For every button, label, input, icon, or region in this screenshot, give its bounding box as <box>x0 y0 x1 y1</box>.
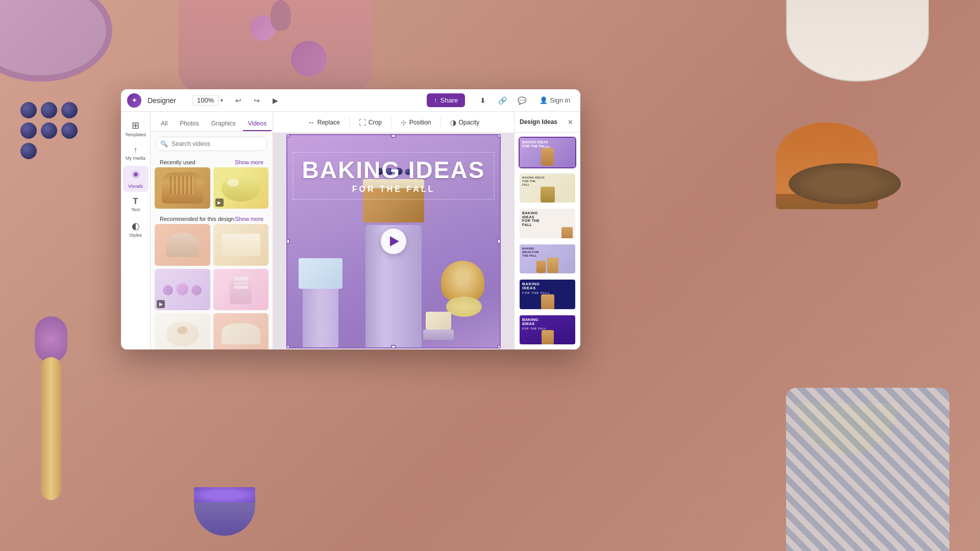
media-thumb-rec-1[interactable] <box>155 224 210 265</box>
separator-3 <box>440 117 441 128</box>
handle-bottom-left[interactable] <box>286 345 290 348</box>
sidebar-label-templates: Templates <box>125 132 146 137</box>
opacity-button[interactable]: ◑ Opacity <box>445 116 485 129</box>
canvas-subtitle: FOR THE FALL <box>297 185 489 194</box>
sidebar-item-styles[interactable]: ◐ Styles <box>123 217 149 241</box>
tab-photos[interactable]: Photos <box>175 117 204 131</box>
zoom-value[interactable]: 100% <box>192 95 218 106</box>
comment-button[interactable]: 💬 <box>514 93 529 108</box>
canvas-viewport: BAKING IDEAS FOR THE FALL <box>273 133 514 349</box>
design-idea-2[interactable]: BAKING IDEASFOR THEFALL <box>519 172 576 204</box>
app-window: ✦ Designer 100% ▾ ↩ ↪ ▶ ↑ Share ⬇ 🔗 💬 👤 <box>121 89 580 349</box>
replace-button[interactable]: ↔ Replace <box>303 116 345 129</box>
design-idea-1[interactable]: BAKING IDEASFOR THE FALL <box>519 137 576 168</box>
present-button[interactable]: ▶ <box>268 93 282 108</box>
history-controls: ↩ ↪ ▶ <box>231 93 282 108</box>
position-icon: ⊹ <box>401 118 407 127</box>
design-idea-5[interactable]: BAKINGIDEAS FOR THE FALL <box>519 279 576 310</box>
redo-button[interactable]: ↪ <box>250 93 264 108</box>
search-input[interactable] <box>156 137 267 151</box>
show-more-recently-used[interactable]: Show more <box>235 159 263 165</box>
media-scroll: Recently used Show more <box>151 156 273 349</box>
download-button[interactable]: ⬇ <box>475 93 491 108</box>
bg-roller-top <box>35 316 67 362</box>
recommended-grid: ▶ <box>155 224 268 349</box>
show-more-recommended[interactable]: Show more <box>235 216 263 222</box>
crop-button[interactable]: ⛶ Crop <box>354 116 387 129</box>
visuals-icon <box>130 169 141 183</box>
recommended-label: Recommended for this design <box>160 216 234 222</box>
app-logo: ✦ <box>127 93 141 108</box>
video-badge-3: ▶ <box>157 300 165 308</box>
design-idea-6[interactable]: BAKINGIDEAS FOR THE FALL <box>519 314 576 346</box>
sidebar-item-my-media[interactable]: ↑ My media <box>123 142 149 164</box>
sign-in-button[interactable]: 👤 Sign in <box>535 94 574 106</box>
canvas-text-block[interactable]: BAKING IDEAS FOR THE FALL <box>292 152 494 199</box>
play-button[interactable] <box>381 229 406 254</box>
share-button[interactable]: ↑ Share <box>427 93 465 107</box>
bg-plate-decoration <box>0 0 112 82</box>
sidebar-item-text[interactable]: T Text <box>123 194 149 215</box>
main-content: ⊞ Templates ↑ My media Visuals T <box>121 112 580 349</box>
separator-2 <box>391 117 391 128</box>
handle-top-right[interactable] <box>497 134 501 138</box>
handle-bottom-right[interactable] <box>497 345 501 348</box>
handle-bottom-center[interactable] <box>391 345 396 348</box>
tab-graphics[interactable]: Graphics <box>206 117 241 131</box>
undo-button[interactable]: ↩ <box>231 93 246 108</box>
handle-top-center[interactable] <box>391 134 396 138</box>
canvas-toolbar: ↔ Replace ⛶ Crop ⊹ Position ◑ Opacity <box>273 112 514 133</box>
sidebar-label-styles: Styles <box>129 233 142 238</box>
design-idea-3[interactable]: BAKINGIDEASFOR THEFALL <box>519 208 576 239</box>
design-ideas-header: Design Ideas ✕ <box>514 112 580 133</box>
handle-top-left[interactable] <box>286 134 290 138</box>
bg-rolling-pin <box>41 357 61 500</box>
sidebar-item-templates[interactable]: ⊞ Templates <box>123 117 149 140</box>
crop-icon: ⛶ <box>359 118 366 127</box>
tab-videos[interactable]: Videos <box>243 117 272 131</box>
right-bread-area <box>441 261 492 317</box>
media-panel: All Photos Graphics Videos 🔍 Recently us… <box>151 112 273 349</box>
ideas-scroll: BAKING IDEASFOR THE FALL BAKING IDEASFOR… <box>514 133 580 349</box>
bg-shape-deco <box>271 0 291 31</box>
tab-all[interactable]: All <box>156 117 173 131</box>
design-idea-4[interactable]: Bakingideas forthe fall <box>519 243 576 275</box>
bg-seeds-pile <box>789 163 901 224</box>
mini-cake-area <box>423 312 454 337</box>
bg-checkered-cloth <box>786 388 949 551</box>
design-canvas[interactable]: BAKING IDEAS FOR THE FALL <box>286 134 501 348</box>
bg-white-plate <box>786 0 929 82</box>
zoom-chevron-icon: ▾ <box>220 97 223 103</box>
separator-1 <box>349 117 350 128</box>
media-tabs: All Photos Graphics Videos <box>151 112 273 132</box>
header-right-icons: ⬇ 🔗 💬 <box>475 93 529 108</box>
title-bar: ✦ Designer 100% ▾ ↩ ↪ ▶ ↑ Share ⬇ 🔗 💬 👤 <box>121 89 580 112</box>
sidebar-item-visuals[interactable]: Visuals <box>123 166 149 192</box>
opacity-icon: ◑ <box>450 118 456 127</box>
search-icon: 🔍 <box>160 140 168 147</box>
media-thumb-rec-6[interactable] <box>213 313 269 349</box>
media-thumb-rec-3[interactable]: ▶ <box>155 269 210 310</box>
recommended-header: Recommended for this design Show more <box>155 213 268 224</box>
recently-used-thumb-2[interactable]: ▶ <box>213 167 269 209</box>
recently-used-grid: ▶ <box>155 167 268 209</box>
close-design-ideas-button[interactable]: ✕ <box>565 117 575 127</box>
link-button[interactable]: 🔗 <box>495 93 510 108</box>
my-media-icon: ↑ <box>134 145 138 155</box>
recently-used-thumb-1[interactable] <box>155 167 210 209</box>
bg-blueberries <box>20 102 82 159</box>
sidebar: ⊞ Templates ↑ My media Visuals T <box>121 112 151 349</box>
video-badge-2: ▶ <box>215 198 224 207</box>
media-thumb-rec-4[interactable] <box>213 269 269 310</box>
handle-middle-right[interactable] <box>497 239 501 244</box>
design-ideas-panel: Design Ideas ✕ BAKING IDEASFOR THE FALL <box>514 112 580 349</box>
canvas-main-title: BAKING IDEAS <box>297 158 489 182</box>
position-button[interactable]: ⊹ Position <box>396 116 436 129</box>
user-icon: 👤 <box>540 96 548 104</box>
bg-circle-deco2 <box>291 41 327 77</box>
handle-middle-left[interactable] <box>286 239 290 244</box>
media-thumb-rec-5[interactable] <box>155 313 210 349</box>
zoom-control[interactable]: 100% ▾ <box>192 95 223 106</box>
app-title: Designer <box>148 96 176 105</box>
media-thumb-rec-2[interactable] <box>213 224 269 265</box>
